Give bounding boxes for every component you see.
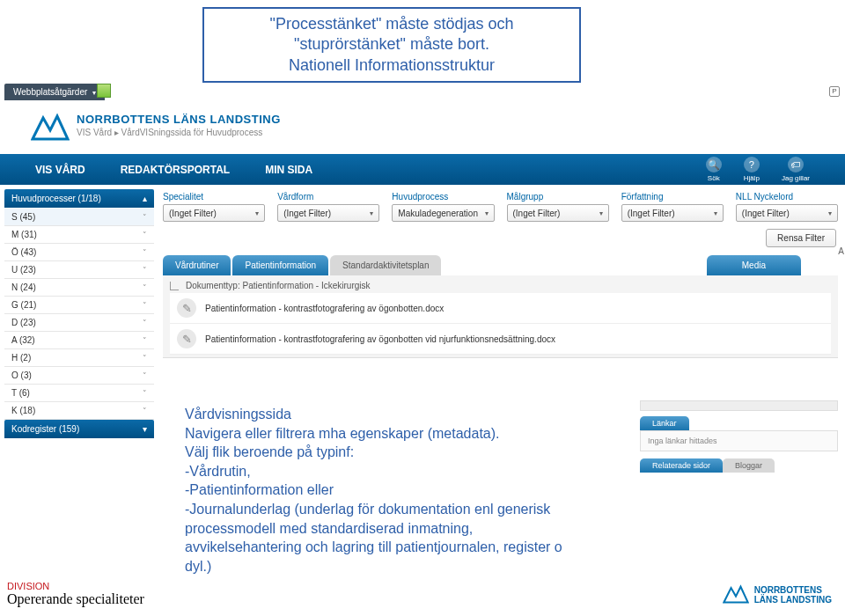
tab-vardrutiner[interactable]: Vårdrutiner xyxy=(163,255,231,275)
sidebar-item[interactable]: N (24)˅ xyxy=(4,279,154,297)
sidebar-item[interactable]: U (23)˅ xyxy=(4,261,154,279)
sidebar-item[interactable]: H (2)˅ xyxy=(4,349,154,367)
brand-block: NORRBOTTENS LÄNS LANDSTING VIS Vård ▸ Vå… xyxy=(31,113,281,143)
tab-lankar[interactable]: Länkar xyxy=(640,416,689,430)
nav-vis-vard[interactable]: VIS VÅRD xyxy=(35,164,85,176)
footer-logo-icon xyxy=(723,584,749,605)
filter-vardform[interactable]: (Inget Filter) xyxy=(277,204,379,222)
links-widget: Länkar Inga länkar hittades xyxy=(640,416,838,451)
filter-label: Huvudprocess xyxy=(392,192,494,202)
breadcrumb: VIS Vård ▸ VårdVISningssida för Huvudpro… xyxy=(77,128,281,137)
filter-label: Målgrupp xyxy=(507,192,609,202)
tab-relaterade[interactable]: Relaterade sidor xyxy=(640,458,723,473)
callout-line1: "Processtänket" måste stödjas och "stupr… xyxy=(213,14,570,55)
tab-media[interactable]: Media xyxy=(707,255,801,275)
filter-label: Författning xyxy=(621,192,724,202)
filter-bar: Specialitet(Inget Filter) Vårdform(Inget… xyxy=(163,192,838,222)
excel-icon[interactable] xyxy=(97,84,111,98)
nav-redaktorsportal[interactable]: REDAKTÖRSPORTAL xyxy=(121,164,230,176)
like-button[interactable]: 🏷Jag gillar xyxy=(782,157,810,182)
callout-line2: Nationell Informationsstruktur xyxy=(213,55,570,76)
doc-row[interactable]: ✎Patientinformation - kontrastfotografer… xyxy=(170,293,831,324)
slide-footer: DIVISION Opererande specialiteter xyxy=(7,581,144,607)
filter-malgrupp[interactable]: (Inget Filter) xyxy=(507,204,609,222)
help-icon: ? xyxy=(744,157,760,172)
clear-filter-button[interactable]: Rensa Filter xyxy=(766,229,836,247)
sidebar-item[interactable]: G (21)˅ xyxy=(4,297,154,314)
chevron-down-icon xyxy=(92,87,96,97)
site-actions-label: Webbplatsåtgärder xyxy=(13,87,87,97)
filter-label: NLL Nyckelord xyxy=(736,192,838,202)
sidebar-item[interactable]: K (18)˅ xyxy=(4,402,154,420)
sidebar-item[interactable]: O (3)˅ xyxy=(4,367,154,385)
a-badge: A xyxy=(838,246,844,256)
sidebar-item[interactable]: A (32)˅ xyxy=(4,332,154,349)
brand-name: NORRBOTTENS LÄNS LANDSTING xyxy=(77,113,281,126)
footer-brand: NORRBOTTENS LÄNS LANDSTING xyxy=(723,584,832,605)
doc-group-header[interactable]: Dokumenttyp: Patientinformation - Ickeki… xyxy=(170,278,831,293)
footer-brand-text: NORRBOTTENS LÄNS LANDSTING xyxy=(754,585,832,605)
filter-nyckelord[interactable]: (Inget Filter) xyxy=(736,204,838,222)
tab-bar: Vårdrutiner Patientinformation Standarda… xyxy=(163,255,838,275)
filter-label: Specialitet xyxy=(163,192,265,202)
document-icon: ✎ xyxy=(177,298,196,318)
brand-logo-icon xyxy=(31,113,70,143)
search-icon: 🔍 xyxy=(706,157,722,172)
top-nav: VIS VÅRD REDAKTÖRSPORTAL MIN SIDA 🔍Sök ?… xyxy=(0,154,845,185)
tab-standardaktivitetsplan[interactable]: Standardaktivitetsplan xyxy=(330,255,441,275)
sidebar-item[interactable]: M (31)˅ xyxy=(4,226,154,244)
sidebar-item[interactable]: D (23)˅ xyxy=(4,314,154,332)
doc-row[interactable]: ✎Patientinformation - kontrastfotografer… xyxy=(170,324,831,355)
search-button[interactable]: 🔍Sök xyxy=(706,157,722,182)
sidebar-head[interactable]: Huvudprocesser (1/18) ▴ xyxy=(4,189,154,208)
sidebar: Huvudprocesser (1/18) ▴ S (45)˅ M (31)˅ … xyxy=(4,189,154,439)
filter-forfattning[interactable]: (Inget Filter) xyxy=(621,204,724,222)
annotation-text: Vårdvisningssida Navigera eller filtrera… xyxy=(185,405,590,576)
related-widget: Relaterade sidor Bloggar xyxy=(640,458,838,473)
content-area: Vårdrutiner Patientinformation Standarda… xyxy=(163,255,838,358)
sidebar-item[interactable]: S (45)˅ xyxy=(4,209,154,226)
links-empty: Inga länkar hittades xyxy=(640,430,838,451)
sidebar-item[interactable]: Ö (43)˅ xyxy=(4,244,154,261)
corner-badge: P xyxy=(829,86,840,97)
sidebar-item[interactable]: T (6)˅ xyxy=(4,385,154,402)
tag-icon: 🏷 xyxy=(788,157,804,172)
doc-group: Dokumenttyp: Patientinformation - Ickeki… xyxy=(163,275,838,358)
tab-patientinformation[interactable]: Patientinformation xyxy=(232,255,328,275)
nav-min-sida[interactable]: MIN SIDA xyxy=(265,164,312,176)
document-icon: ✎ xyxy=(177,329,196,348)
filter-specialitet[interactable]: (Inget Filter) xyxy=(163,204,265,222)
sidebar-foot[interactable]: Kodregister (159) ▾ xyxy=(4,420,154,438)
tab-bloggar[interactable]: Bloggar xyxy=(723,458,775,473)
filter-huvudprocess[interactable]: Makuladegeneration xyxy=(392,204,494,222)
footer-division: DIVISION xyxy=(7,581,144,591)
footer-name: Opererande specialiteter xyxy=(7,591,144,607)
help-button[interactable]: ?Hjälp xyxy=(744,157,760,182)
filter-label: Vårdform xyxy=(277,192,379,202)
slide-callout: "Processtänket" måste stödjas och "stupr… xyxy=(202,7,581,83)
side-widgets: Länkar Inga länkar hittades Relaterade s… xyxy=(640,400,838,480)
site-actions-menu[interactable]: Webbplatsåtgärder xyxy=(4,84,105,100)
tree-corner-icon xyxy=(170,282,179,290)
